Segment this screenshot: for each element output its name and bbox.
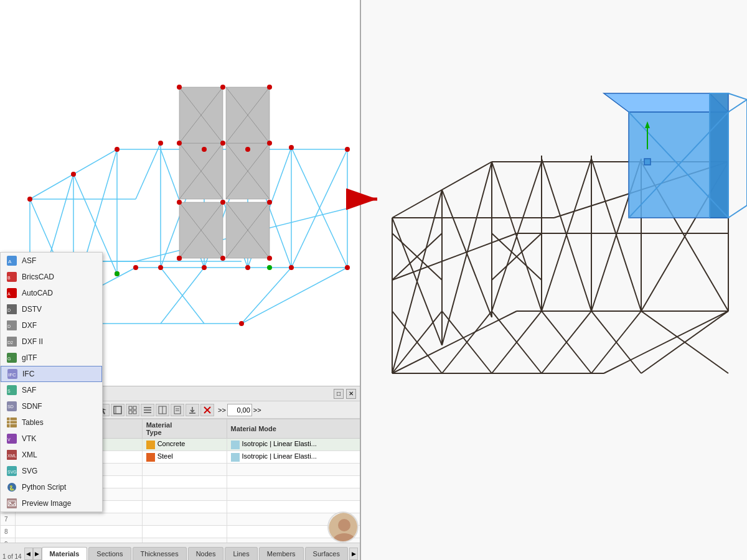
svg-point-57 xyxy=(177,200,182,205)
col-material-mode: Material Mode xyxy=(227,419,361,439)
svg-line-10 xyxy=(136,143,161,199)
svg-line-148 xyxy=(604,311,728,373)
svg-text:A: A xyxy=(7,292,11,296)
menu-item-bricscad[interactable]: B BricsCAD xyxy=(1,269,102,285)
tab-thicknesses[interactable]: Thicknesses xyxy=(133,547,187,560)
sdnf-icon: SD xyxy=(6,400,18,413)
menu-item-gltf[interactable]: G gITF xyxy=(1,350,102,366)
toolbar-double-arrow: >> xyxy=(218,406,226,414)
sdnf-label: SDNF xyxy=(22,402,42,411)
asf-icon: A xyxy=(6,254,18,267)
svg-rect-106 xyxy=(7,418,17,427)
row-mode-1: Isotropic | Linear Elasti... xyxy=(227,439,361,451)
page-prev-button[interactable]: ◀ xyxy=(24,548,33,560)
row-type-6 xyxy=(142,501,227,513)
svg-line-3 xyxy=(242,268,347,324)
tab-materials[interactable]: Materials xyxy=(42,547,88,560)
menu-item-ifc[interactable]: IFC IFC xyxy=(1,366,102,382)
svg-point-62 xyxy=(267,256,272,261)
svg-text:XML: XML xyxy=(7,454,17,458)
svg-text:B: B xyxy=(7,276,11,280)
row-mode-4 xyxy=(227,476,361,488)
row-type-8 xyxy=(142,526,227,538)
svg-point-67 xyxy=(289,145,294,150)
svg-line-35 xyxy=(242,268,291,324)
preview-label: Preview Image xyxy=(22,499,71,508)
svg-text:A: A xyxy=(8,259,12,264)
svg-point-69 xyxy=(133,265,138,270)
ifc-label: IFC xyxy=(22,370,34,378)
toolbar-export-button[interactable] xyxy=(171,404,184,416)
svg-text:D2: D2 xyxy=(7,340,13,345)
menu-item-tables[interactable]: Tables xyxy=(1,414,102,431)
menu-item-preview[interactable]: Preview Image xyxy=(1,495,102,511)
tab-nodes[interactable]: Nodes xyxy=(188,547,224,560)
svg-text:S: S xyxy=(7,389,11,393)
right-building-svg xyxy=(361,0,747,485)
row-num-7: 7 xyxy=(1,513,16,526)
svg-rect-124 xyxy=(129,406,132,409)
svg-point-73 xyxy=(202,147,207,152)
menu-item-dxf[interactable]: D DXF xyxy=(1,317,102,334)
menu-item-python[interactable]: 🐍 Python Script xyxy=(1,479,102,495)
panel-close-button[interactable]: ✕ xyxy=(346,389,356,399)
menu-item-xml[interactable]: XML XML xyxy=(1,447,102,463)
row-type-5 xyxy=(142,488,227,501)
tab-sections[interactable]: Sections xyxy=(88,547,131,560)
toolbar-col-button[interactable] xyxy=(156,404,169,416)
panel-minimize-button[interactable]: □ xyxy=(334,389,344,399)
menu-item-vtk[interactable]: V VTK xyxy=(1,431,102,447)
asf-label: ASF xyxy=(22,256,36,265)
svg-point-68 xyxy=(345,147,350,152)
svg-rect-133 xyxy=(174,406,181,414)
menu-item-svg[interactable]: SVG SVG xyxy=(1,463,102,479)
menu-item-dxf2[interactable]: D2 DXF II xyxy=(1,334,102,350)
toolbar-delete-button[interactable] xyxy=(200,404,214,416)
svg-line-160 xyxy=(392,233,517,280)
row-type-7 xyxy=(142,513,227,526)
toolbar-list-button[interactable] xyxy=(141,404,154,416)
toolbar-grid-button[interactable] xyxy=(126,404,139,416)
menu-item-saf[interactable]: S SAF xyxy=(1,382,102,398)
svg-line-193 xyxy=(728,100,747,112)
menu-item-dstv[interactable]: D DSTV xyxy=(1,301,102,317)
preview-icon xyxy=(6,497,18,510)
dxf-icon: D xyxy=(6,319,18,332)
svg-icon: SVG xyxy=(6,465,18,477)
svg-point-54 xyxy=(177,141,182,146)
bottom-tabs: 1 of 14 ◀ ▶ Materials Sections Thickness… xyxy=(0,543,361,560)
svg-line-165 xyxy=(442,190,492,317)
menu-item-autocad[interactable]: A AutoCAD xyxy=(1,285,102,301)
table-row: 9 xyxy=(1,538,361,543)
row-type-4 xyxy=(142,476,227,488)
main-container: Te To St ate No xyxy=(0,0,747,560)
row-name-7 xyxy=(16,513,143,526)
svg-text:V: V xyxy=(7,437,11,442)
bricscad-label: BricsCAD xyxy=(22,273,54,281)
bricscad-icon: B xyxy=(6,271,18,283)
svg-line-194 xyxy=(728,205,747,218)
svg-point-85 xyxy=(267,265,272,270)
tab-surfaces[interactable]: Surfaces xyxy=(305,547,348,560)
tab-lines[interactable]: Lines xyxy=(225,547,257,560)
svg-point-59 xyxy=(267,200,272,205)
svg-text:D: D xyxy=(7,324,11,329)
svg-point-79 xyxy=(158,141,163,146)
row-mode-5 xyxy=(227,488,361,501)
svg-point-141 xyxy=(338,519,350,531)
toolbar-value-input[interactable] xyxy=(227,404,252,416)
row-type-2: Steel xyxy=(142,451,227,464)
bottom-panel-controls: □ ✕ xyxy=(334,389,356,399)
svg-line-163 xyxy=(392,218,442,345)
tabs-scroll-right[interactable]: ▶ xyxy=(349,548,358,560)
page-next-button[interactable]: ▶ xyxy=(33,548,42,560)
tab-members[interactable]: Members xyxy=(259,547,304,560)
page-indicator: 1 of 14 xyxy=(2,553,22,560)
svg-point-83 xyxy=(345,265,350,270)
toolbar-import-button[interactable] xyxy=(186,404,199,416)
dxf-label: DXF xyxy=(22,321,37,330)
toolbar-pick-button[interactable] xyxy=(111,404,125,416)
menu-item-sdnf[interactable]: SD SDNF xyxy=(1,398,102,414)
svg-point-66 xyxy=(177,256,182,261)
menu-item-asf[interactable]: A ASF xyxy=(1,253,102,269)
